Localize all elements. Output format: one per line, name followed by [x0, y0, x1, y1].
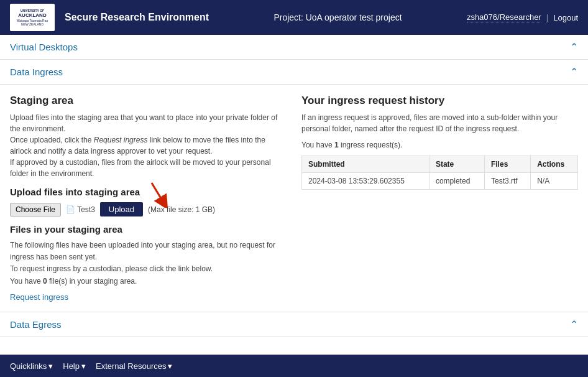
files-staging-desc: The following files have been uploaded i…: [10, 240, 287, 287]
data-egress-section-header[interactable]: Data Egress ⌃: [0, 312, 588, 337]
logo-container: UNIVERSITY OF AUCKLAND Waipapa Taumata R…: [10, 4, 55, 31]
history-count-value: 1: [334, 141, 339, 149]
ingress-history-panel: Your ingress request history If an ingre…: [301, 95, 578, 302]
staging-area-panel: Staging area Upload files into the stagi…: [10, 95, 287, 302]
cell-submitted: 2024-03-08 13:53:29.602355: [302, 173, 430, 190]
data-egress-title: Data Egress: [10, 319, 62, 330]
logo-line4: NEW ZEALAND: [21, 22, 44, 26]
external-resources-label: External Resources: [96, 361, 166, 371]
choose-file-button[interactable]: Choose File: [10, 203, 61, 216]
logout-link[interactable]: Logout: [553, 13, 578, 22]
header-separator: |: [546, 12, 548, 22]
staging-desc-line2: Once uploaded, click the: [10, 136, 94, 144]
col-state: State: [429, 156, 484, 173]
history-count: You have 1 ingress request(s).: [301, 141, 578, 149]
external-resources-arrow: ▾: [168, 361, 172, 371]
staging-desc: Upload files into the staging area that …: [10, 112, 287, 179]
help-arrow: ▾: [81, 361, 86, 371]
files-desc2: To request ingress by a custodian, pleas…: [10, 264, 213, 273]
data-egress-chevron: ⌃: [570, 319, 578, 330]
request-ingress-inline: Request ingress: [94, 136, 148, 144]
data-ingress-chevron: ⌃: [570, 66, 578, 78]
svg-line-1: [152, 183, 164, 203]
files-staging-title: Files in your staging area: [10, 224, 287, 235]
data-ingress-body: Staging area Upload files into the stagi…: [0, 85, 588, 312]
staging-desc-line4: If approved by a custodian, files from t…: [10, 158, 271, 178]
history-table: Submitted State Files Actions 2024-03-08…: [301, 156, 578, 190]
table-row: 2024-03-08 13:53:29.602355 completed Tes…: [302, 173, 578, 190]
history-count-suffix: ingress request(s).: [339, 141, 403, 149]
upload-button[interactable]: Upload: [100, 202, 143, 216]
files-count: 0: [43, 277, 47, 286]
data-ingress-title: Data Ingress: [10, 67, 63, 77]
cell-files: Test3.rtf: [484, 173, 530, 190]
data-ingress-section: Data Ingress ⌃ Staging area Upload files…: [0, 60, 588, 312]
help-label: Help: [63, 361, 80, 371]
quicklinks-menu[interactable]: Quicklinks ▾: [10, 361, 53, 371]
staging-title: Staging area: [10, 95, 287, 107]
col-files: Files: [484, 156, 530, 173]
col-submitted: Submitted: [302, 156, 430, 173]
app-footer: Quicklinks ▾ Help ▾ External Resources ▾: [0, 355, 588, 377]
files-count-prefix: You have: [10, 277, 43, 286]
help-menu[interactable]: Help ▾: [63, 361, 86, 371]
quicklinks-label: Quicklinks: [10, 361, 47, 371]
history-title: Your ingress request history: [301, 95, 578, 107]
staging-desc-line1: Upload files into the staging area that …: [10, 113, 277, 133]
ingress-layout: Staging area Upload files into the stagi…: [10, 95, 578, 302]
virtual-desktops-section-header[interactable]: Virtual Desktops ⌃: [0, 35, 588, 60]
history-count-prefix: You have: [301, 141, 334, 149]
header-user-area: zsha076/Researcher | Logout: [467, 12, 578, 22]
data-ingress-section-header[interactable]: Data Ingress ⌃: [0, 60, 588, 85]
request-ingress-link[interactable]: Request ingress: [10, 292, 68, 302]
app-title: Secure Research Environment: [65, 12, 209, 23]
main-content: Virtual Desktops ⌃ Data Ingress ⌃ Stagin…: [0, 35, 588, 355]
app-header: UNIVERSITY OF AUCKLAND Waipapa Taumata R…: [0, 0, 588, 35]
files-desc1: The following files have been uploaded i…: [10, 241, 275, 261]
virtual-desktops-title: Virtual Desktops: [10, 42, 78, 52]
quicklinks-arrow: ▾: [48, 361, 53, 371]
cell-actions: N/A: [531, 173, 578, 190]
user-menu[interactable]: zsha076/Researcher: [467, 12, 541, 22]
files-count-suffix: file(s) in your staging area.: [47, 277, 137, 286]
virtual-desktops-chevron: ⌃: [570, 41, 578, 53]
selected-file-name: 📄 Test3: [66, 205, 95, 214]
col-actions: Actions: [531, 156, 578, 173]
upload-arrow: [145, 180, 177, 210]
upload-area: Choose File 📄 Test3 Upload (Max file siz…: [10, 202, 287, 216]
history-table-header-row: Submitted State Files Actions: [302, 156, 578, 173]
project-label: Project: UoA operator test project: [209, 12, 467, 22]
history-desc: If an ingress request is approved, files…: [301, 112, 578, 134]
university-logo: UNIVERSITY OF AUCKLAND Waipapa Taumata R…: [10, 4, 55, 31]
cell-state: completed: [429, 173, 484, 190]
data-egress-section: Data Egress ⌃: [0, 312, 588, 337]
external-resources-menu[interactable]: External Resources ▾: [96, 361, 172, 371]
logo-line2: AUCKLAND: [18, 12, 46, 19]
